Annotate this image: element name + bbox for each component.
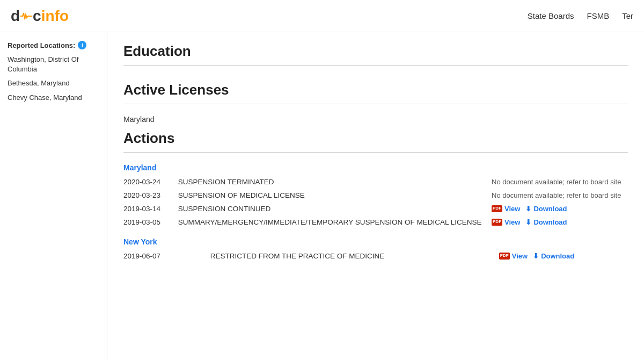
logo-doc-text: d — [11, 8, 20, 25]
sidebar-location-3: Chevy Chase, Maryland — [8, 93, 99, 103]
action-doc: PDF View ⬇ Download — [492, 202, 628, 215]
active-licenses-section: Active Licenses Maryland — [123, 82, 628, 124]
education-title: Education — [123, 43, 628, 60]
active-licenses-state: Maryland — [123, 115, 628, 124]
actions-section: Actions Maryland 2020-03-24 SUSPENSION T… — [123, 130, 628, 263]
table-row: 2020-03-24 SUSPENSION TERMINATED No docu… — [123, 175, 628, 189]
table-row: 2019-03-05 SUMMARY/EMERGENCY/IMMEDIATE/T… — [123, 215, 628, 229]
action-type: RESTRICTED FROM THE PRACTICE OF MEDICINE — [210, 249, 499, 263]
action-type: SUSPENSION CONTINUED — [178, 202, 492, 215]
reported-locations-label: Reported Locations: i — [8, 41, 99, 49]
download-icon: ⬇ — [525, 205, 531, 213]
action-type: SUSPENSION TERMINATED — [178, 175, 492, 189]
action-date: 2020-03-24 — [123, 175, 178, 189]
action-doc: PDF View ⬇ Download — [492, 215, 628, 229]
maryland-actions-table: 2020-03-24 SUSPENSION TERMINATED No docu… — [123, 175, 628, 229]
download-icon: ⬇ — [525, 218, 531, 226]
doc-actions: PDF View ⬇ Download — [492, 218, 624, 226]
nav-state-boards[interactable]: State Boards — [528, 11, 574, 20]
nav-fsmb[interactable]: FSMB — [587, 11, 609, 20]
action-doc: No document available; refer to board si… — [492, 175, 628, 189]
action-date: 2020-03-23 — [123, 189, 178, 202]
sidebar: Reported Locations: i Washington, Distri… — [0, 32, 107, 360]
action-date: 2019-03-14 — [123, 202, 178, 215]
logo[interactable]: d c info — [11, 8, 69, 25]
logo-c-text: c — [33, 8, 41, 25]
education-section: Education — [123, 43, 628, 82]
action-date: 2019-03-05 — [123, 215, 178, 229]
sidebar-location-1: Washington, District Of Columbia — [8, 55, 99, 74]
view-button[interactable]: PDF View — [492, 218, 520, 226]
state-link-maryland[interactable]: Maryland — [123, 163, 628, 172]
state-link-newyork[interactable]: New York — [123, 237, 628, 246]
newyork-actions-table: 2019-06-07 RESTRICTED FROM THE PRACTICE … — [123, 249, 628, 263]
download-icon: ⬇ — [533, 252, 539, 260]
table-row: 2019-06-07 RESTRICTED FROM THE PRACTICE … — [123, 249, 628, 263]
active-licenses-title: Active Licenses — [123, 82, 628, 98]
action-doc: No document available; refer to board si… — [492, 189, 628, 202]
header-nav: State Boards FSMB Ter — [528, 11, 633, 20]
layout: Reported Locations: i Washington, Distri… — [0, 32, 644, 360]
education-divider — [123, 65, 628, 66]
info-icon: i — [78, 41, 86, 49]
download-button[interactable]: ⬇ Download — [525, 218, 567, 226]
view-button[interactable]: PDF View — [492, 205, 520, 213]
action-date: 2019-06-07 — [123, 249, 210, 263]
active-licenses-divider — [123, 104, 628, 104]
actions-title: Actions — [123, 130, 628, 147]
nav-ter[interactable]: Ter — [622, 11, 633, 20]
header: d c info State Boards FSMB Ter — [0, 0, 644, 32]
action-doc: PDF View ⬇ Download — [499, 249, 628, 263]
pdf-icon: PDF — [492, 219, 502, 225]
table-row: 2019-03-14 SUSPENSION CONTINUED PDF View… — [123, 202, 628, 215]
doc-actions: PDF View ⬇ Download — [499, 252, 624, 260]
view-button[interactable]: PDF View — [499, 252, 528, 260]
download-button[interactable]: ⬇ Download — [525, 205, 567, 213]
logo-ecg-icon — [20, 10, 32, 22]
action-type: SUSPENSION OF MEDICAL LICENSE — [178, 189, 492, 202]
main-content: Education Active Licenses Maryland Actio… — [107, 32, 644, 360]
sidebar-location-2: Bethesda, Maryland — [8, 78, 99, 88]
table-row: 2020-03-23 SUSPENSION OF MEDICAL LICENSE… — [123, 189, 628, 202]
logo-info-text: info — [41, 8, 69, 25]
download-button[interactable]: ⬇ Download — [533, 252, 574, 260]
doc-actions: PDF View ⬇ Download — [492, 205, 624, 213]
pdf-icon: PDF — [492, 205, 502, 212]
pdf-icon: PDF — [499, 253, 510, 259]
actions-divider — [123, 152, 628, 153]
action-type: SUMMARY/EMERGENCY/IMMEDIATE/TEMPORARY SU… — [178, 215, 492, 229]
